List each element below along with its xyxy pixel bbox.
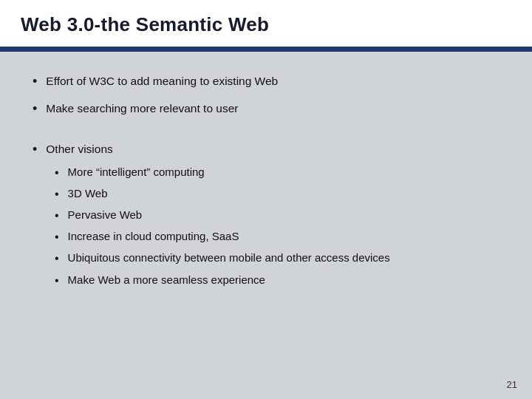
slide: Web 3.0-the Semantic Web • Effort of W3C… — [0, 0, 532, 399]
other-visions-section: • Other visions • More “intelligent” com… — [33, 140, 499, 288]
sub-bullet-text: Ubiquitous connectivity between mobile a… — [68, 250, 390, 267]
bullet-icon: • — [33, 140, 37, 159]
accent-bar — [0, 47, 532, 52]
list-item: • Pervasive Web — [55, 207, 499, 224]
sub-bullet-icon: • — [55, 185, 59, 202]
sub-bullet-text: Pervasive Web — [68, 207, 143, 224]
bullet-icon: • — [33, 72, 37, 91]
list-item: • Increase in cloud computing, SaaS — [55, 228, 499, 245]
sub-bullet-text: 3D Web — [68, 185, 108, 202]
slide-title: Web 3.0-the Semantic Web — [21, 13, 269, 35]
sub-bullet-text: More “intelligent” computing — [68, 164, 205, 181]
list-item: • Make searching more relevant to user — [33, 100, 499, 118]
list-item: • Other visions — [33, 140, 499, 159]
sub-bullet-icon: • — [55, 228, 59, 245]
other-visions-label: Other visions — [46, 140, 112, 157]
bullet-text: Make searching more relevant to user — [46, 100, 238, 117]
bullet-text: Effort of W3C to add meaning to existing… — [46, 72, 278, 89]
content-area: • Effort of W3C to add meaning to existi… — [0, 52, 532, 399]
list-item: • Ubiquitous connectivity between mobile… — [55, 250, 499, 267]
sub-bullet-text: Make Web a more seamless experience — [68, 272, 265, 289]
bullet-icon: • — [33, 100, 37, 118]
sub-bullet-text: Increase in cloud computing, SaaS — [68, 228, 239, 245]
sub-bullet-icon: • — [55, 250, 59, 267]
sub-bullet-icon: • — [55, 272, 59, 289]
sub-bullet-icon: • — [55, 164, 59, 181]
page-number: 21 — [507, 379, 517, 390]
list-item: • Effort of W3C to add meaning to existi… — [33, 72, 499, 91]
sub-bullet-icon: • — [55, 207, 59, 224]
list-item: • 3D Web — [55, 185, 499, 202]
title-area: Web 3.0-the Semantic Web — [0, 0, 532, 47]
list-item: • Make Web a more seamless experience — [55, 272, 499, 289]
list-item: • More “intelligent” computing — [55, 164, 499, 181]
sub-bullet-group: • More “intelligent” computing • 3D Web … — [55, 164, 499, 289]
